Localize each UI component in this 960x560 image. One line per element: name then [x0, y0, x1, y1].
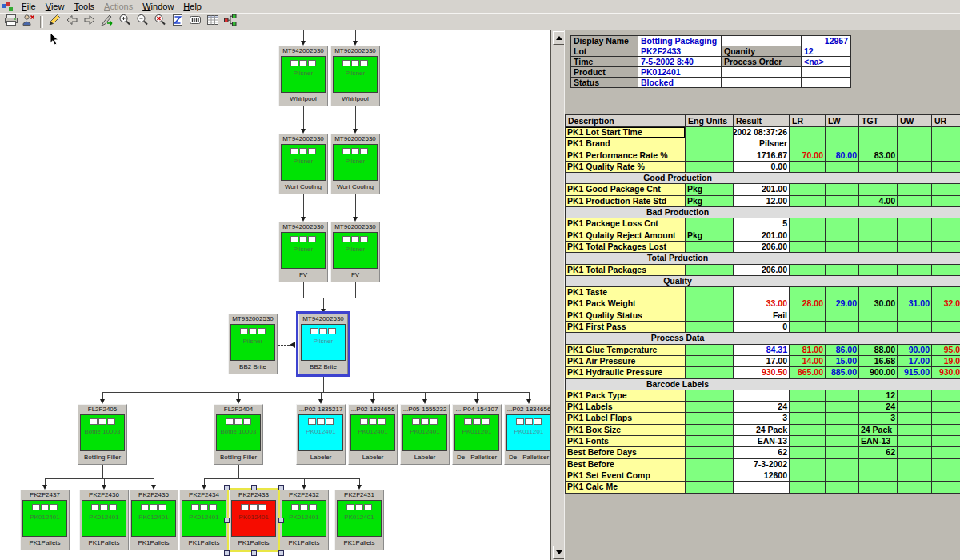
- uw-cell[interactable]: [898, 390, 932, 402]
- ur-cell[interactable]: [932, 482, 960, 493]
- grid-button[interactable]: [204, 14, 222, 30]
- lr-cell[interactable]: [790, 322, 826, 333]
- result-cell[interactable]: 930.50: [734, 367, 790, 378]
- tgt-cell[interactable]: [859, 322, 898, 333]
- tgt-cell[interactable]: 16.68: [859, 356, 898, 367]
- tree-node-p35[interactable]: PK2F2435PK012401PK1Pallets: [129, 490, 178, 550]
- uw-cell[interactable]: [898, 162, 932, 173]
- lr-cell[interactable]: [790, 196, 826, 207]
- uw-cell[interactable]: [898, 127, 932, 138]
- tgt-cell[interactable]: 30.00: [859, 298, 898, 310]
- lw-cell[interactable]: [826, 402, 859, 413]
- tgt-cell[interactable]: 88.00: [859, 345, 898, 356]
- units-cell[interactable]: [686, 242, 734, 253]
- tgt-cell[interactable]: 12: [859, 390, 898, 402]
- uw-cell[interactable]: [898, 242, 932, 253]
- lw-cell[interactable]: [826, 447, 859, 458]
- lr-cell[interactable]: [790, 287, 826, 298]
- desc-cell[interactable]: PK1 First Pass: [566, 322, 686, 333]
- lw-cell[interactable]: [826, 390, 859, 402]
- units-cell[interactable]: Pkg: [686, 230, 734, 242]
- tgt-cell[interactable]: 4.00: [859, 196, 898, 207]
- result-cell[interactable]: 7-3-2002: [734, 459, 790, 470]
- tgt-cell[interactable]: [859, 127, 898, 138]
- uw-cell[interactable]: [898, 413, 932, 424]
- result-cell[interactable]: EAN-13: [734, 436, 790, 447]
- ur-cell[interactable]: [932, 242, 960, 253]
- uw-cell[interactable]: [898, 459, 932, 470]
- uw-cell[interactable]: [898, 230, 932, 242]
- tree-node-wc2[interactable]: MT962002530PilsnerWort Cooling: [330, 134, 380, 194]
- result-cell[interactable]: 62: [734, 447, 790, 458]
- tree-node-p31[interactable]: PK2F2431PK012401PK1Pallets: [334, 490, 384, 550]
- uw-cell[interactable]: 915.00: [898, 367, 932, 378]
- result-cell[interactable]: 17.00: [734, 356, 790, 367]
- lw-cell[interactable]: [826, 482, 859, 493]
- tree-node-p34[interactable]: PK2F2434PK012401PK1Pallets: [179, 490, 229, 550]
- units-cell[interactable]: [686, 356, 734, 367]
- goto-button[interactable]: [98, 14, 116, 30]
- menu-file[interactable]: File: [17, 1, 41, 12]
- desc-cell[interactable]: PK1 Fonts: [566, 436, 686, 447]
- result-cell[interactable]: 0: [734, 322, 790, 333]
- lr-cell[interactable]: [790, 470, 826, 482]
- forward-arrow-button[interactable]: [81, 14, 98, 30]
- tgt-cell[interactable]: [859, 242, 898, 253]
- result-cell[interactable]: [734, 287, 790, 298]
- tree-node-bf1[interactable]: FL2F2405Bottle 10003Bottling Filler: [78, 404, 127, 465]
- ur-cell[interactable]: [932, 150, 960, 162]
- tgt-cell[interactable]: 83.00: [859, 150, 898, 162]
- lr-cell[interactable]: 28.00: [790, 298, 826, 310]
- lw-cell[interactable]: [826, 436, 859, 447]
- units-cell[interactable]: [686, 436, 734, 447]
- tgt-cell[interactable]: [859, 265, 898, 276]
- lw-cell[interactable]: [826, 184, 859, 195]
- result-cell[interactable]: Pilsner: [734, 138, 790, 150]
- lw-cell[interactable]: [826, 162, 859, 173]
- desc-cell[interactable]: PK1 Quality Status: [566, 310, 686, 322]
- result-cell[interactable]: 206.00: [734, 242, 790, 253]
- ur-cell[interactable]: [932, 322, 960, 333]
- lr-cell[interactable]: [790, 402, 826, 413]
- tree-node-l1[interactable]: ...P02-1835217PK012401Labeler: [296, 404, 346, 465]
- tgt-cell[interactable]: EAN-13: [859, 436, 898, 447]
- uw-cell[interactable]: [898, 218, 932, 230]
- genealogy-button[interactable]: [222, 14, 239, 30]
- column-header[interactable]: LR: [790, 115, 826, 127]
- uw-cell[interactable]: [898, 436, 932, 447]
- units-cell[interactable]: [686, 413, 734, 424]
- units-cell[interactable]: [686, 402, 734, 413]
- result-cell[interactable]: Fail: [734, 310, 790, 322]
- menu-tools[interactable]: Tools: [69, 1, 99, 12]
- desc-cell[interactable]: PK1 Air Pressure: [566, 356, 686, 367]
- lw-cell[interactable]: [826, 242, 859, 253]
- ur-cell[interactable]: [932, 265, 960, 276]
- units-cell[interactable]: [686, 459, 734, 470]
- lr-cell[interactable]: [790, 310, 826, 322]
- ur-cell[interactable]: [932, 218, 960, 230]
- column-header[interactable]: Eng Units: [686, 115, 734, 127]
- result-cell[interactable]: [734, 482, 790, 493]
- units-cell[interactable]: [686, 265, 734, 276]
- menu-actions[interactable]: Actions: [99, 1, 138, 12]
- lr-cell[interactable]: [790, 459, 826, 470]
- ur-cell[interactable]: 32.00: [932, 298, 960, 310]
- uw-cell[interactable]: [898, 447, 932, 458]
- desc-cell[interactable]: PK1 Pack Weight: [566, 298, 686, 310]
- ur-cell[interactable]: [932, 413, 960, 424]
- desc-cell[interactable]: PK1 Production Rate Std: [566, 196, 686, 207]
- column-header[interactable]: UW: [898, 115, 932, 127]
- lw-cell[interactable]: [826, 138, 859, 150]
- tree-node-p37[interactable]: PK2F2437PK012401PK1Pallets: [20, 490, 70, 550]
- units-cell[interactable]: [686, 425, 734, 436]
- desc-cell[interactable]: PK1 Lot Start Time: [566, 127, 686, 138]
- tgt-cell[interactable]: [859, 230, 898, 242]
- desc-cell[interactable]: Best Before: [566, 459, 686, 470]
- column-header[interactable]: TGT: [859, 115, 898, 127]
- units-cell[interactable]: [686, 482, 734, 493]
- desc-cell[interactable]: PK1 Pack Type: [566, 390, 686, 402]
- selection-handle[interactable]: [224, 518, 230, 523]
- selection-handle[interactable]: [251, 485, 257, 490]
- ur-cell[interactable]: [932, 162, 960, 173]
- ur-cell[interactable]: [932, 436, 960, 447]
